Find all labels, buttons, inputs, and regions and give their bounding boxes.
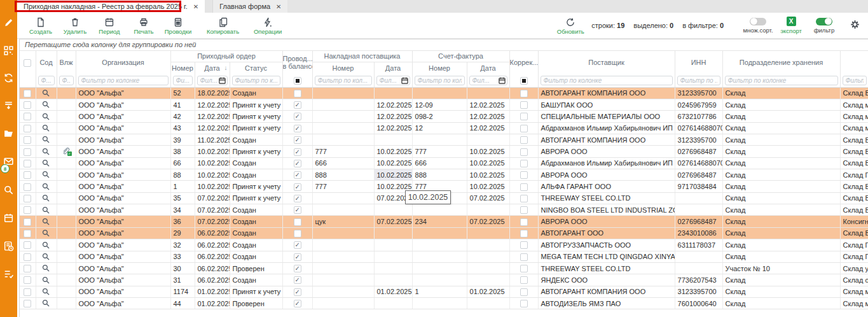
cell-storage-dept[interactable]: Склад xyxy=(722,216,840,227)
cell-invoice-date[interactable]: 10.02.2025 xyxy=(374,157,412,169)
cell-order-number[interactable]: 44 xyxy=(170,297,195,309)
cell-facture-number[interactable] xyxy=(412,227,467,239)
period-button[interactable]: Период xyxy=(95,16,124,35)
cell-facture-number[interactable]: 12-09 xyxy=(412,99,467,110)
filter-posted-checkbox[interactable] xyxy=(294,77,301,85)
cell-facture-date[interactable] xyxy=(467,239,509,251)
cell-inn[interactable]: 3123395700 xyxy=(675,286,722,297)
filter-facture-date-input[interactable] xyxy=(472,76,499,84)
cell-invoice-number[interactable] xyxy=(312,274,374,286)
cell-facture-number[interactable] xyxy=(412,87,467,99)
cell-organization[interactable]: ООО "Альфа" xyxy=(76,297,170,309)
cell-order-number[interactable]: 66 xyxy=(170,157,195,169)
cell-order-number[interactable]: 31 xyxy=(170,274,195,286)
cell-attachment[interactable] xyxy=(57,134,76,145)
cell-inn[interactable]: 3123395700 xyxy=(675,134,722,145)
postings-button[interactable]: Проводки xyxy=(163,16,193,35)
cell-status[interactable]: Создан xyxy=(230,157,282,169)
cell-storage-dept[interactable]: Склад xyxy=(722,111,840,122)
cell-status[interactable]: Принят к учету xyxy=(230,192,282,204)
table-row[interactable]: ООО "Альфа"3911.02.2025СозданАВТОГАРАНТ … xyxy=(20,134,868,145)
cell-supplier[interactable]: БАШУПАК ООО xyxy=(538,99,675,110)
row-select-checkbox[interactable] xyxy=(24,101,31,109)
col-header-order-number[interactable]: Номер xyxy=(170,62,195,74)
cell-invoice-date[interactable]: 12.02.2025 xyxy=(374,111,412,122)
cell-organization[interactable]: ООО "Альфа" xyxy=(76,239,170,251)
cell-status[interactable]: Принят к учету xyxy=(230,111,282,122)
cell-status[interactable]: Принят к учету xyxy=(230,146,282,157)
correction-checkbox[interactable] xyxy=(520,241,528,249)
cell-attachment[interactable]: ✓ xyxy=(57,146,76,157)
col-header-facture-number[interactable]: Номер xyxy=(412,62,467,74)
cell-order-number[interactable]: 33 xyxy=(170,251,195,262)
row-select-checkbox[interactable] xyxy=(24,241,31,249)
correction-checkbox[interactable] xyxy=(520,253,528,261)
magnifier-icon[interactable] xyxy=(42,206,50,215)
row-select-checkbox[interactable] xyxy=(24,276,31,284)
cell-storage-dept-2[interactable]: Склад БИ xyxy=(840,181,868,192)
cell-organization[interactable]: ООО "Альфа" xyxy=(76,99,170,110)
calendar-icon[interactable] xyxy=(219,77,226,84)
close-icon[interactable]: ✕ xyxy=(276,3,281,10)
cell-order-date[interactable]: 06.02.2025 xyxy=(195,274,230,286)
cell-facture-date[interactable] xyxy=(467,297,509,309)
cell-facture-date[interactable]: 07.02.2025 xyxy=(467,216,509,227)
filter-storage-dept-input[interactable] xyxy=(725,76,838,85)
cell-attachment[interactable] xyxy=(57,204,76,216)
cell-organization[interactable]: ООО "Альфа" xyxy=(76,146,170,157)
cell-storage-dept-2[interactable]: Склад ГП xyxy=(840,239,868,251)
cell-facture-number[interactable]: 098-2 xyxy=(412,111,467,122)
sync-icon[interactable] xyxy=(3,73,14,83)
table-row[interactable]: ООО "Альфа"4401.02.2025ПроверенАВТОДИЗЕЛ… xyxy=(20,297,868,309)
magnifier-icon[interactable] xyxy=(42,218,50,226)
cell-storage-dept[interactable]: Склад xyxy=(722,122,840,134)
cell-status[interactable]: Создан xyxy=(230,87,282,99)
correction-checkbox[interactable] xyxy=(520,230,528,237)
cell-facture-date[interactable]: 12.02.2025 xyxy=(467,99,509,110)
copy-button[interactable]: Копировать xyxy=(207,16,239,35)
filter-invoice-date-input[interactable] xyxy=(380,76,401,84)
correction-checkbox[interactable] xyxy=(520,101,528,109)
row-select-checkbox[interactable] xyxy=(24,136,31,144)
correction-checkbox[interactable] xyxy=(520,218,528,226)
cell-storage-dept-2[interactable]: Склад БИ xyxy=(840,146,868,157)
cell-storage-dept-2[interactable]: Консигна xyxy=(840,216,868,227)
cell-invoice-number[interactable]: 777 xyxy=(312,146,374,157)
table-row[interactable]: ООО "Альфа"3106.02.2025СозданЯНДЕКС ООО7… xyxy=(20,274,868,286)
qr-code-icon[interactable] xyxy=(3,45,14,56)
cell-storage-dept-2[interactable]: Склад ма xyxy=(840,99,868,110)
cell-status[interactable]: Создан xyxy=(230,134,282,145)
cell-supplier[interactable]: СПЕЦИАЛЬНЫЕ МАТЕРИАЛЫ ООО xyxy=(538,111,675,122)
cell-supplier[interactable]: АВТОГАРАНТ КОМПАНИЯ ООО xyxy=(538,134,675,145)
cell-order-date[interactable]: 06.02.2025 xyxy=(195,239,230,251)
col-header-invoice-date[interactable]: Дата xyxy=(374,62,412,74)
cell-facture-date[interactable]: 10.02.2025 xyxy=(467,157,509,169)
search-icon[interactable] xyxy=(3,185,14,195)
magnifier-icon[interactable] xyxy=(42,101,50,109)
cell-invoice-number[interactable] xyxy=(312,239,374,251)
cell-order-number[interactable]: 42 xyxy=(170,111,195,122)
filter-order-number-input[interactable] xyxy=(173,76,193,85)
cell-facture-date[interactable] xyxy=(467,134,509,145)
tasks-icon[interactable] xyxy=(3,269,14,279)
cell-order-date[interactable]: 10.02.2025 xyxy=(195,157,230,169)
table-row[interactable]: ООО "Альфа"3306.02.2025СозданMEGA TEAM T… xyxy=(20,251,868,262)
cell-supplier[interactable]: АЛЬФА ГАРАНТ ООО xyxy=(538,181,675,192)
cell-inn[interactable]: 0245967959 xyxy=(675,99,722,110)
cell-attachment[interactable] xyxy=(57,192,76,204)
cell-inn[interactable]: 0276968487 xyxy=(675,169,722,181)
table-row[interactable]: ООО "Альфа"2906.02.2025СозданАВТОГАРАНТ … xyxy=(20,227,868,239)
cell-storage-dept[interactable]: Склад xyxy=(722,87,840,99)
row-select-checkbox[interactable] xyxy=(24,253,31,261)
cell-order-number[interactable]: 88 xyxy=(170,169,195,181)
cell-supplier[interactable]: АВРОРА ООО xyxy=(538,216,675,227)
cell-facture-number[interactable] xyxy=(412,204,467,216)
magnifier-icon[interactable] xyxy=(42,253,50,261)
cell-order-date[interactable]: 11.02.2025 xyxy=(195,134,230,145)
cell-invoice-date[interactable]: 12.02.2025 xyxy=(374,99,412,110)
cell-status[interactable]: Создан xyxy=(230,216,282,227)
cell-order-date[interactable]: 10.02.2025 xyxy=(195,181,230,192)
cell-storage-dept-2[interactable]: Склад ГП xyxy=(840,169,868,181)
col-header-inn[interactable]: ИНН xyxy=(675,51,722,74)
cell-order-number[interactable]: 41 xyxy=(170,99,195,110)
